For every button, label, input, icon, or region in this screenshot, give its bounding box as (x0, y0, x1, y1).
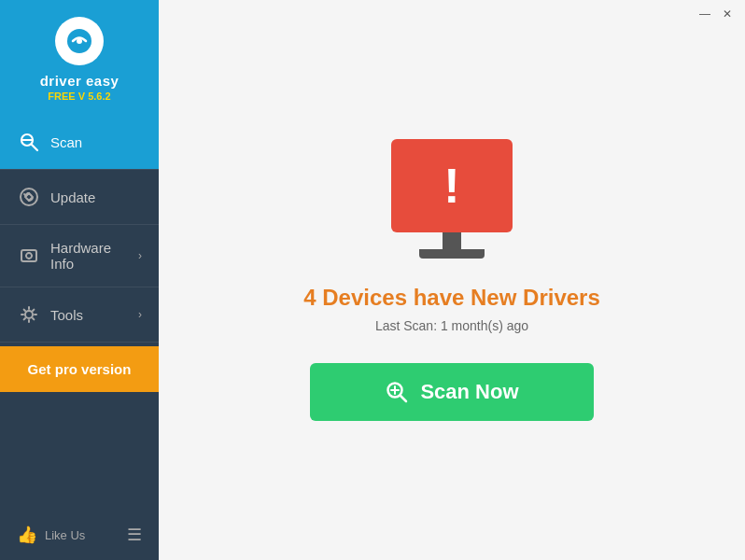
main-content: ! 4 Devices have New Drivers Last Scan: … (159, 0, 745, 560)
scan-now-icon (385, 380, 409, 404)
like-us-label: Like Us (45, 528, 85, 542)
like-us-button[interactable]: 👍 Like Us (17, 525, 85, 545)
sidebar-item-tools-label: Tools (50, 307, 138, 323)
monitor-illustration: ! (391, 139, 513, 259)
logo-text: driver easy (40, 73, 119, 89)
tools-icon (17, 302, 41, 327)
sidebar-footer: 👍 Like Us ☰ (0, 513, 159, 560)
sidebar-item-hardware-info[interactable]: Hardware Info › (0, 225, 159, 287)
sidebar-item-update[interactable]: Update (0, 170, 159, 224)
main-heading: 4 Devices have New Drivers (303, 285, 600, 311)
last-scan-text: Last Scan: 1 month(s) ago (375, 318, 528, 333)
hardware-info-icon (17, 244, 41, 268)
tools-chevron-icon: › (138, 308, 142, 321)
nav-divider-4 (0, 342, 159, 343)
monitor-screen: ! (391, 139, 513, 232)
menu-icon[interactable]: ☰ (127, 525, 142, 545)
brand-logo-svg (63, 25, 95, 57)
scan-now-label: Scan Now (420, 380, 518, 404)
svg-line-3 (32, 145, 37, 150)
minimize-button[interactable]: — (698, 7, 711, 21)
scan-icon (17, 130, 41, 154)
sidebar-logo: driver easy FREE V 5.6.2 (0, 0, 159, 115)
sidebar-item-update-label: Update (50, 189, 142, 205)
sidebar-item-tools[interactable]: Tools › (0, 287, 159, 342)
titlebar: — ✕ (687, 0, 745, 28)
exclamation-mark: ! (443, 161, 459, 210)
sidebar: driver easy FREE V 5.6.2 Scan (0, 0, 159, 560)
svg-point-13 (25, 311, 33, 318)
svg-point-5 (21, 189, 37, 205)
svg-rect-4 (21, 139, 33, 141)
scan-now-button[interactable]: Scan Now (310, 363, 593, 421)
monitor-stand-base (419, 249, 485, 259)
logo-icon (55, 17, 104, 65)
get-pro-button[interactable]: Get pro version (0, 346, 159, 392)
update-icon (17, 185, 41, 209)
thumbs-up-icon: 👍 (17, 525, 37, 545)
svg-rect-7 (21, 250, 36, 261)
svg-line-15 (401, 396, 407, 402)
sidebar-item-scan-label: Scan (50, 134, 142, 150)
svg-point-1 (77, 38, 82, 44)
close-button[interactable]: ✕ (721, 7, 734, 21)
sidebar-item-scan[interactable]: Scan (0, 115, 159, 169)
logo-version: FREE V 5.6.2 (48, 91, 110, 102)
hardware-info-chevron-icon: › (138, 249, 142, 262)
sidebar-item-hardware-info-label: Hardware Info (50, 240, 138, 272)
monitor-stand-neck (443, 232, 461, 249)
